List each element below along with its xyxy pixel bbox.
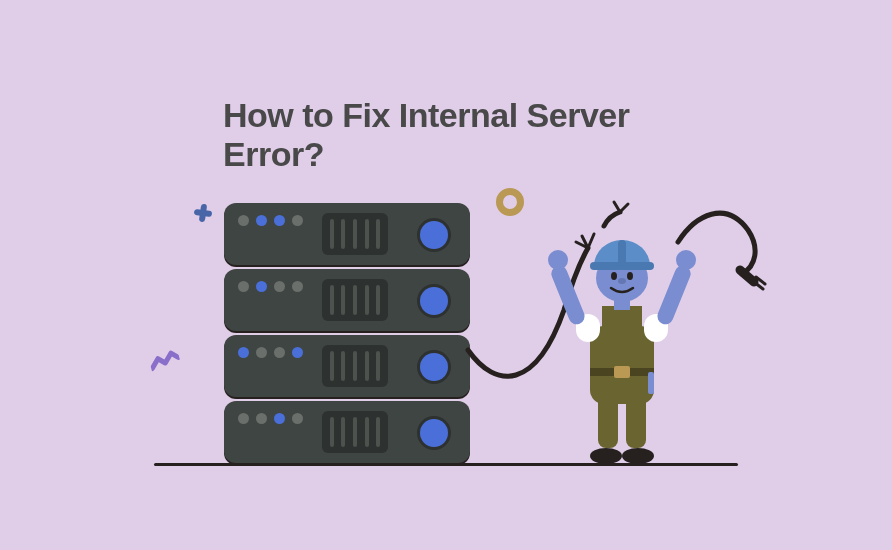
gold-ring-icon bbox=[496, 188, 524, 216]
purple-zigzag-icon bbox=[146, 343, 183, 382]
technician-character bbox=[536, 218, 706, 466]
svg-rect-7 bbox=[614, 366, 630, 378]
illustration-scene bbox=[136, 160, 756, 490]
svg-point-12 bbox=[548, 250, 568, 270]
svg-rect-21 bbox=[648, 372, 654, 394]
server-unit bbox=[224, 401, 470, 463]
svg-rect-4 bbox=[590, 326, 654, 404]
svg-point-13 bbox=[676, 250, 696, 270]
svg-point-16 bbox=[611, 272, 617, 280]
svg-point-3 bbox=[622, 448, 654, 464]
server-stack bbox=[224, 203, 470, 463]
server-unit bbox=[224, 335, 470, 397]
svg-point-18 bbox=[618, 278, 626, 284]
svg-rect-5 bbox=[602, 306, 642, 336]
svg-rect-10 bbox=[549, 263, 587, 326]
svg-point-2 bbox=[590, 448, 622, 464]
svg-rect-20 bbox=[618, 240, 626, 266]
svg-point-17 bbox=[627, 272, 633, 280]
server-unit bbox=[224, 269, 470, 331]
ground-line bbox=[154, 463, 738, 466]
server-unit bbox=[224, 203, 470, 265]
svg-rect-11 bbox=[655, 263, 693, 326]
blue-plus-icon bbox=[193, 203, 213, 223]
